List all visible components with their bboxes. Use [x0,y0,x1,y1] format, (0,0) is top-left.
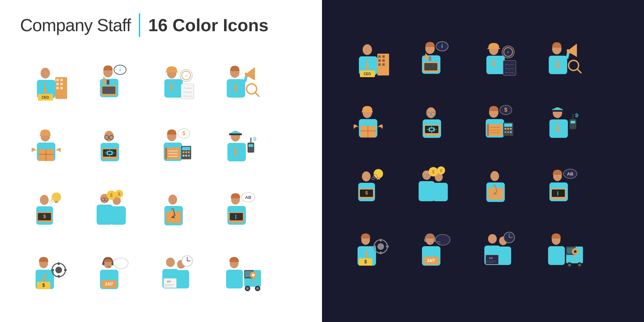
light-panel: Company Staff 16 Color Icons [0,0,322,322]
icon-marketer-dark [533,30,594,91]
svg-rect-189 [567,49,571,53]
svg-point-43 [104,131,114,142]
svg-rect-206 [430,128,433,130]
icon-designer-light [148,181,208,241]
icon-copywriter-light: AB [211,181,272,241]
dark-panel: CEO i [322,0,644,322]
svg-text:CEO: CEO [364,72,371,76]
svg-point-80 [40,195,49,205]
svg-text:$: $ [365,190,368,196]
svg-point-67 [182,151,184,153]
svg-point-68 [185,151,187,153]
svg-text:24/7: 24/7 [105,282,113,286]
svg-text:i: i [441,43,443,49]
svg-rect-61 [165,148,167,159]
svg-rect-9 [60,87,63,89]
svg-rect-74 [229,133,242,135]
svg-text:✓: ✓ [184,73,188,78]
svg-point-70 [182,155,184,157]
svg-rect-221 [504,123,512,127]
icon-investors-dark: $ $ [406,158,466,218]
svg-rect-34 [245,73,249,77]
svg-text:$: $ [440,168,442,173]
icon-ceo-light: CEO [20,54,80,114]
svg-rect-273 [380,239,382,241]
header-title-light: Company Staff [20,15,131,35]
icon-hr-dark: CV [470,221,530,282]
svg-rect-276 [386,246,389,248]
svg-point-223 [507,128,509,130]
svg-text:CV: CV [167,280,171,283]
icon-manager-light: $ [20,245,80,305]
svg-rect-122 [64,269,67,271]
icon-operator-light: 24/7 [84,245,144,305]
svg-rect-159 [378,55,381,58]
svg-text:CEO: CEO [42,96,49,99]
header-divider-light [139,13,140,37]
icon-support-light: i [84,54,144,114]
icon-it-light [84,117,144,178]
icon-hr-light: CV [148,245,208,305]
svg-rect-75 [227,143,246,161]
svg-point-255 [490,171,499,181]
icon-driver-light [211,245,272,305]
svg-text:AB: AB [567,171,574,176]
icon-support-dark: i [406,30,466,91]
svg-text:$: $ [118,192,120,197]
svg-point-72 [188,155,190,157]
icon-marketer-light [211,54,272,114]
svg-text:✓: ✓ [505,67,507,70]
icon-designer-dark [470,158,530,218]
svg-point-154 [252,274,255,276]
svg-rect-162 [382,59,385,62]
svg-point-69 [188,151,190,153]
svg-rect-96 [111,206,126,225]
svg-text:$: $ [432,169,435,174]
svg-point-240 [374,169,383,178]
svg-rect-120 [58,275,60,278]
svg-point-71 [185,155,187,157]
icon-courier-dark [342,94,402,154]
svg-rect-280 [424,238,426,242]
svg-text:$: $ [110,193,113,198]
svg-rect-51 [108,152,111,154]
svg-point-198 [426,107,436,118]
svg-rect-8 [56,87,59,89]
svg-text:✓: ✓ [505,63,507,66]
svg-text:✓: ✓ [183,87,185,90]
svg-text:$: $ [42,282,45,288]
svg-rect-79 [249,144,253,147]
svg-rect-275 [373,246,376,248]
icon-analyst-dark: $ [342,158,402,218]
svg-rect-264 [552,190,565,197]
svg-point-0 [41,68,50,78]
svg-rect-229 [551,110,564,112]
svg-point-235 [362,171,371,181]
icon-analyst-light: $ [20,181,80,241]
svg-rect-20 [164,79,183,98]
svg-rect-119 [58,262,60,265]
svg-text:$: $ [364,259,367,264]
svg-text:✓: ✓ [505,71,507,74]
svg-point-222 [504,128,506,130]
svg-point-308 [574,250,577,253]
svg-rect-94 [97,205,113,225]
svg-point-227 [510,131,512,133]
svg-rect-173 [429,56,431,61]
svg-rect-161 [378,59,381,62]
svg-point-225 [504,131,506,133]
svg-rect-232 [570,119,576,129]
svg-text:i: i [119,67,121,72]
svg-rect-18 [107,80,109,85]
icon-investors-light: $ $ [84,181,144,241]
icon-engineer-dark: ✓ ✓ ✓ ✓ [470,30,530,91]
icon-accountant-light: $ [148,117,208,178]
svg-text:✓: ✓ [183,91,185,94]
svg-rect-248 [419,181,435,201]
svg-rect-5 [60,79,63,81]
icon-operator-dark: 24/7 [406,221,466,282]
svg-rect-290 [497,247,511,265]
icon-driver-dark [533,221,594,282]
svg-text:24/7: 24/7 [427,258,435,263]
header-subtitle-light: 16 Color Icons [148,15,268,35]
